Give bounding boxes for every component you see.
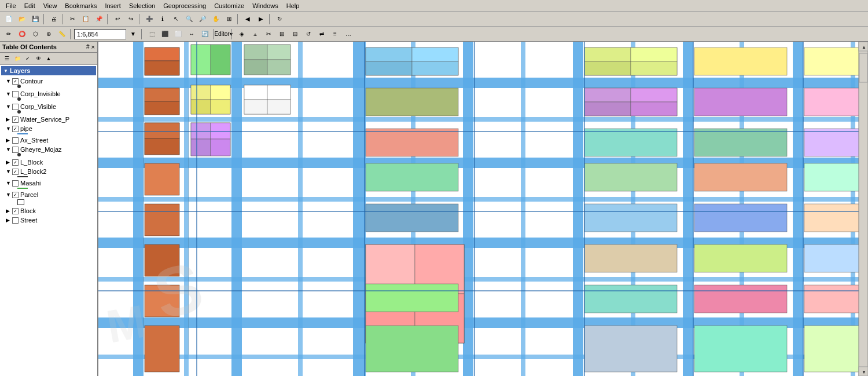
sep5: [237, 14, 240, 24]
checkbox-lblock2[interactable]: [12, 169, 19, 175]
vertex-button[interactable]: ◈: [236, 28, 248, 40]
save-button[interactable]: 💾: [29, 13, 42, 25]
expand-lblock[interactable]: ▶: [6, 159, 10, 165]
checkbox-corp-invisible[interactable]: [12, 91, 19, 97]
menu-geoprocessing[interactable]: Geoprocessing: [160, 2, 209, 10]
main-area: Table Of Contents # × ☰ 📁 ✓ 👁 ▲ ▼ Layers…: [0, 42, 868, 376]
expand-corp-vis[interactable]: ▼: [6, 104, 10, 109]
menu-view[interactable]: View: [40, 2, 61, 10]
checkbox-corp-visible[interactable]: [12, 104, 19, 110]
identify-button[interactable]: ℹ: [156, 13, 169, 25]
menu-file[interactable]: File: [2, 2, 20, 10]
svg-rect-37: [145, 326, 179, 372]
refresh-button[interactable]: ↻: [273, 13, 286, 25]
checkbox-parcel[interactable]: [12, 192, 19, 198]
toc-close-button[interactable]: ×: [91, 43, 95, 50]
toc-content[interactable]: ▼ Layers ▼ Contour ▼ Cor: [0, 65, 97, 376]
expand-block[interactable]: ▶: [6, 208, 10, 214]
toc-source-btn[interactable]: 📁: [13, 54, 22, 63]
polygon-button[interactable]: ⬡: [29, 28, 42, 40]
split-button[interactable]: ⊟: [289, 28, 301, 40]
menu-windows[interactable]: Windows: [249, 2, 282, 10]
circle-button[interactable]: ⭕: [16, 28, 28, 40]
map-view[interactable]: S M ▲ ▼: [98, 42, 868, 376]
checkbox-gheyre[interactable]: [12, 147, 19, 153]
measure-button[interactable]: 📏: [56, 28, 68, 40]
back-button[interactable]: ◀: [241, 13, 254, 25]
scale-dropdown[interactable]: ▼: [127, 28, 139, 40]
checkbox-pipe[interactable]: [12, 126, 19, 132]
svg-rect-101: [804, 48, 862, 75]
zoom-rect-button[interactable]: ⬚: [145, 28, 158, 40]
open-button[interactable]: 📂: [16, 13, 28, 25]
expand-masahi[interactable]: ▼: [6, 180, 10, 186]
copy-button[interactable]: 📋: [79, 13, 92, 25]
expand-ax-street[interactable]: ▶: [6, 137, 10, 143]
menu-insert[interactable]: Insert: [101, 2, 124, 10]
checkbox-water[interactable]: [12, 116, 19, 123]
svg-rect-52: [244, 45, 267, 60]
expand-pipe[interactable]: ▼: [6, 126, 10, 132]
expand-parcel[interactable]: ▼: [6, 192, 10, 198]
checkbox-masahi[interactable]: [12, 180, 19, 187]
menu-edit[interactable]: Edit: [21, 2, 39, 10]
zoom-out-button[interactable]: 🔎: [196, 13, 209, 25]
reshape-button[interactable]: ⟁: [249, 28, 262, 40]
checkbox-block[interactable]: [12, 208, 19, 214]
toc-pin-button[interactable]: #: [86, 43, 90, 50]
expand-street[interactable]: ▶: [6, 217, 10, 223]
adddata-button[interactable]: ➕: [143, 13, 156, 25]
checkbox-ax-street[interactable]: [12, 137, 19, 144]
undo-button[interactable]: ↩: [111, 13, 124, 25]
toc-select-btn[interactable]: ✓: [23, 54, 32, 63]
more-button[interactable]: …: [342, 28, 355, 40]
expand-contour[interactable]: ▼: [6, 78, 10, 84]
svg-rect-11: [683, 42, 693, 376]
label-ax-street: Ax_Street: [20, 137, 48, 144]
editor-button[interactable]: Editor▾: [217, 28, 230, 40]
zoom-layer-button[interactable]: ⬛: [159, 28, 171, 40]
symbol-lblock2: [17, 176, 28, 177]
toc-expand-icon[interactable]: ▼: [3, 68, 8, 74]
scale-input[interactable]: 1:6,854: [74, 29, 126, 39]
pan-button[interactable]: ✋: [209, 13, 222, 25]
expand-lblock2[interactable]: ▼: [6, 169, 10, 174]
menu-selection[interactable]: Selection: [126, 2, 159, 10]
cut-feat-button[interactable]: ✂: [262, 28, 275, 40]
checkbox-lblock[interactable]: [12, 159, 19, 166]
menu-bookmarks[interactable]: Bookmarks: [61, 2, 100, 10]
select-button[interactable]: ↖: [170, 13, 182, 25]
svg-rect-125: [859, 53, 867, 82]
mirror-button[interactable]: ⇌: [315, 28, 328, 40]
full-extent-button[interactable]: ⊞: [223, 13, 236, 25]
menu-customize[interactable]: Customize: [211, 2, 248, 10]
expand-water[interactable]: ▶: [6, 116, 10, 122]
expand-corp-inv[interactable]: ▼: [6, 91, 10, 97]
align-button[interactable]: ≡: [329, 28, 341, 40]
toc-list-btn[interactable]: ☰: [2, 54, 12, 63]
svg-rect-94: [694, 88, 787, 116]
forward-button[interactable]: ▶: [255, 13, 267, 25]
merge-button[interactable]: ⊞: [275, 28, 288, 40]
cut-button[interactable]: ✂: [66, 13, 79, 25]
svg-rect-84: [366, 61, 412, 75]
rotate2-button[interactable]: ↺: [302, 28, 315, 40]
expand-gheyre[interactable]: ▼: [6, 147, 10, 152]
pan2-button[interactable]: ↔: [185, 28, 198, 40]
toc-collapse-btn[interactable]: ▲: [44, 54, 53, 63]
redo-button[interactable]: ↪: [124, 13, 137, 25]
checkbox-contour[interactable]: [12, 78, 19, 85]
zoom-in-button[interactable]: 🔍: [183, 13, 196, 25]
new-button[interactable]: 📄: [2, 13, 15, 25]
toc-item-lblock: ▶ L_Block: [1, 158, 96, 167]
rotate-button[interactable]: 🔄: [198, 28, 211, 40]
paste-button[interactable]: 📌: [93, 13, 105, 25]
snap-button[interactable]: ⊕: [42, 28, 55, 40]
menu-help[interactable]: Help: [283, 2, 303, 10]
zoom-select-button[interactable]: ⬜: [172, 28, 185, 40]
print-button[interactable]: 🖨: [47, 13, 60, 25]
draw-button[interactable]: ✏: [2, 28, 15, 40]
svg-rect-75: [631, 102, 677, 116]
toc-visibility-btn[interactable]: 👁: [34, 54, 43, 63]
checkbox-street[interactable]: [12, 217, 19, 224]
